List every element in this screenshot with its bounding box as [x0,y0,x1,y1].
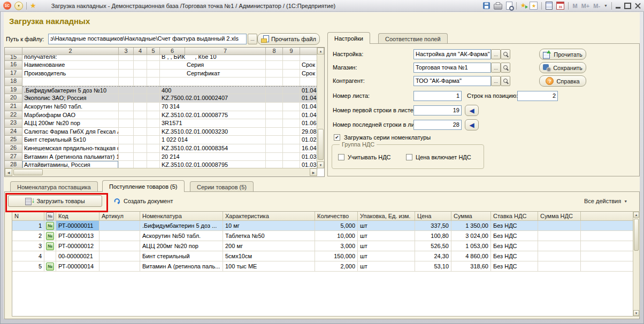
sheet-cell[interactable] [134,128,147,136]
sheet-cell[interactable] [283,70,300,78]
row-number[interactable]: 3 [12,241,44,251]
sheet-row-header[interactable]: 26 [5,144,22,153]
sheet-cell[interactable]: В , , БИК , Кбе 10 [160,55,266,61]
tab-goods-series[interactable]: Серии товаров (5) [190,181,254,192]
nomenclature-cell[interactable]: Бинт стерильный [140,251,223,261]
col-header-price[interactable]: Цена [415,212,451,221]
sheet-cell[interactable]: Сертификат [160,70,266,78]
sheet-cell[interactable] [266,128,283,136]
1c-logo-icon[interactable]: 1С [3,2,11,10]
code-cell[interactable]: 00-00000021 [56,251,99,261]
goods-row[interactable]: 3 № РТ-00000012 АЦЦ 200мг №20 пор 200 мг… [12,241,633,251]
characteristic-cell[interactable]: 100 тыс МЕ [223,261,315,272]
scroll-thumb[interactable] [318,129,324,160]
system-menu-icon[interactable]: ▼ [14,2,23,10]
sheet-cell[interactable]: 3R1571 [160,119,266,128]
col-header-vat-sum[interactable]: Сумма НДС [538,212,581,221]
sheet-col-header[interactable]: 9 [283,48,300,55]
sheet-row-header[interactable]: 19 [5,86,22,95]
sheet-cell[interactable] [119,78,134,86]
sheet-cell[interactable] [266,119,283,128]
sheet-cell[interactable] [147,119,160,128]
vat-sum-cell[interactable] [538,261,581,272]
unit-cell[interactable]: шт [358,261,415,272]
store-browse-button[interactable]: ... [491,63,501,73]
sheet-cell[interactable] [283,144,300,153]
col-header-sum[interactable]: Сумма [451,212,491,221]
sheet-cell[interactable] [266,153,283,161]
sheet-col-header[interactable]: 2 [22,48,119,55]
price-cell[interactable]: 526,50 [415,241,451,251]
nomenclature-cell[interactable]: Аскорутин №50 табл. [140,231,223,241]
sheet-cell[interactable] [134,61,147,70]
sheet-row[interactable]: 24 Салютас Фарма ГмбХ для Гексал АГ (Гер… [5,128,318,136]
scroll-down-icon[interactable]: ▼ [633,310,639,316]
sheet-row[interactable]: 15 получателя: В , , БИК , Кбе 10 [5,55,318,61]
goods-row[interactable]: 1 № РТ-00000011 .Бифидумбактерин 5 доз .… [12,221,633,231]
sheet-cell[interactable] [283,153,300,161]
goods-vertical-scrollbar[interactable]: ▲ ▼ [633,211,640,317]
sheet-cell[interactable] [283,119,300,128]
sheet-row[interactable]: 21 Аскорутин №50 табл. 70 314 01.04 [5,103,318,111]
articul-cell[interactable] [99,241,140,251]
sheet-cell[interactable] [147,103,160,111]
nomenclature-cell[interactable]: АЦЦ 200мг №20 пор [140,241,223,251]
print-preview-icon[interactable] [506,2,512,10]
contractor-browse-button[interactable]: ... [491,76,501,86]
row-number[interactable]: 2 [12,231,44,241]
pick-last-row-button[interactable]: ◀ [465,119,479,130]
load-series-checkbox[interactable]: ✔ [334,134,340,141]
row-number[interactable]: 1 [12,221,44,231]
price-cell[interactable]: 337,50 [415,221,451,231]
sheet-cell[interactable]: KZ.3510.02.01.00008775 [160,111,266,120]
setting-browse-button[interactable]: ... [491,49,501,59]
vat-sum-cell[interactable] [538,241,581,251]
sheet-cell[interactable]: Производитель [22,70,119,78]
series-flag[interactable]: № [44,231,56,241]
sheet-row-header[interactable]: 18 [5,78,22,86]
sheet-cell[interactable] [266,55,283,61]
sum-cell[interactable]: 4 860,00 [451,251,491,261]
sheet-cell[interactable]: 20 214 [160,153,266,161]
code-cell[interactable]: РТ-00000014 [56,261,99,272]
sheet-cell[interactable]: Наименование [22,61,119,70]
vat-rate-cell[interactable]: Без НДС [491,241,538,251]
sheet-cell[interactable] [160,78,266,86]
characteristic-cell[interactable]: 5смх10см [223,251,315,261]
setting-search-button[interactable] [501,49,510,59]
sheet-row[interactable]: 20 Экополис ЗАО; Россия KZ.7500.02.01.00… [5,94,318,103]
sheet-cell[interactable] [147,70,160,78]
sheet-cell[interactable]: АЦЦ 200мг №20 пор [22,119,119,128]
sheet-cell[interactable] [119,153,134,161]
add-favorite-icon[interactable]: ★ [520,2,526,9]
col-header-characteristic[interactable]: Характеристика [223,212,315,221]
unit-cell[interactable]: шт [358,231,415,241]
vat-sum-cell[interactable] [538,251,581,261]
sheet-cell[interactable] [22,78,119,86]
sheet-row[interactable]: 22 Марбиофарм ОАО KZ.3510.02.01.00008775… [5,111,318,120]
sheet-cell[interactable] [147,111,160,120]
sheet-row[interactable]: 17 Производитель Сертификат Срок [5,70,318,78]
sheet-row-header[interactable]: 22 [5,111,22,120]
sheet-cell[interactable] [134,78,147,86]
sheet-cell[interactable]: получателя: [22,55,119,61]
goods-row[interactable]: 4 00-00000021 Бинт стерильный 5смх10см 1… [12,251,633,261]
articul-cell[interactable] [99,221,140,231]
sheet-cell[interactable]: Срок [300,70,318,78]
sheet-cell[interactable]: 16.04 [300,144,318,153]
sheet-cell[interactable] [119,55,134,61]
sheet-cell[interactable]: 1 022 014 [160,136,266,144]
series-flag[interactable]: № [44,261,56,272]
quantity-cell[interactable]: 10,000 [315,231,358,241]
store-search-button[interactable] [501,63,510,73]
sheet-cell[interactable] [283,136,300,144]
sheet-col-header[interactable]: 4 [134,48,147,55]
sheet-cell[interactable] [147,128,160,136]
sheet-cell[interactable] [283,78,300,86]
sheet-cell[interactable]: Срок [300,61,318,70]
sheet-row[interactable]: 19 .Бифидумбактерин 5 доз №10 400 01.04 [5,86,318,95]
col-header-code[interactable]: Код [56,212,99,221]
price-cell[interactable]: 53,10 [415,261,451,272]
code-cell[interactable]: РТ-00000012 [56,241,99,251]
scroll-thumb[interactable] [13,169,43,175]
